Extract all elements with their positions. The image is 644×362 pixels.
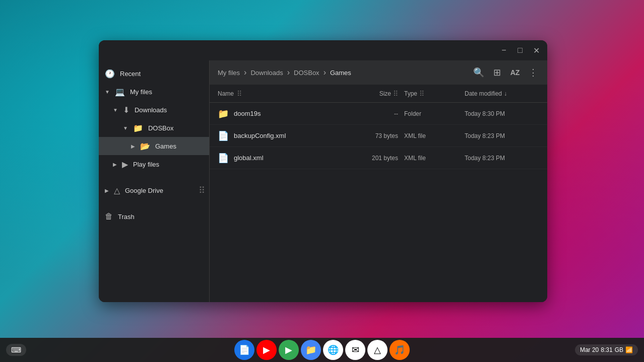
sidebar-games-label: Games bbox=[155, 142, 203, 150]
file-header: Name ⠿ Size ⠿ Type ⠿ Date modified ↓ bbox=[210, 85, 547, 103]
play-icon: ▶ bbox=[285, 344, 292, 355]
titlebar-controls: − □ ✕ bbox=[497, 43, 543, 57]
downloads-icon: ⬇ bbox=[123, 105, 130, 115]
taskbar-app-youtube[interactable]: ▶ bbox=[256, 340, 277, 360]
taskbar-right: Mar 20 8:31 GB 📶 bbox=[575, 344, 638, 355]
sort-button[interactable]: AZ bbox=[507, 64, 523, 81]
sidebar-item-recent[interactable]: 🕐 Recent bbox=[99, 64, 209, 83]
play-files-icon: ▶ bbox=[122, 160, 128, 169]
sidebar-item-play-files[interactable]: ▶ ▶ Play files bbox=[99, 155, 209, 173]
taskbar-app-music[interactable]: 🎵 bbox=[390, 340, 410, 360]
grid-view-button[interactable]: ⊞ bbox=[489, 64, 505, 81]
breadcrumb-games[interactable]: Games bbox=[328, 68, 353, 78]
file-date: Today 8:30 PM bbox=[459, 110, 539, 117]
file-size: 73 bytes bbox=[348, 132, 398, 139]
taskbar-app-play[interactable]: ▶ bbox=[279, 340, 299, 360]
file-area: My files › Downloads › DOSBox › Games 🔍 bbox=[210, 60, 547, 302]
recent-icon: 🕐 bbox=[105, 69, 115, 79]
sidebar: 🕐 Recent ▼ 💻 My files ▼ ⬇ Downloads bbox=[99, 60, 210, 302]
wifi-icon: 📶 bbox=[625, 346, 633, 353]
sidebar-recent-label: Recent bbox=[120, 70, 203, 78]
xml-file-icon: 📄 bbox=[218, 130, 229, 141]
sidebar-item-games[interactable]: ▶ 📂 Games bbox=[99, 137, 209, 155]
file-type: XML file bbox=[398, 132, 459, 139]
file-size: 201 bytes bbox=[348, 155, 398, 162]
keyboard-icon: ⌨ bbox=[11, 346, 21, 354]
file-list: 📁 doom19s -- Folder Today 8:30 PM 📄 back… bbox=[210, 103, 547, 302]
maximize-button[interactable]: □ bbox=[513, 43, 527, 57]
toolbar: My files › Downloads › DOSBox › Games 🔍 bbox=[210, 60, 547, 85]
col-drag-icon: ⠿ bbox=[237, 90, 242, 98]
close-button[interactable]: ✕ bbox=[529, 43, 543, 57]
file-date: Today 8:23 PM bbox=[459, 155, 539, 162]
col-type-drag-icon: ⠿ bbox=[419, 90, 424, 98]
taskbar-app-files[interactable]: 📁 bbox=[301, 340, 321, 360]
file-manager-window: − □ ✕ 🕐 Recent ▼ bbox=[99, 40, 547, 302]
system-tray-left[interactable]: ⌨ bbox=[6, 344, 26, 356]
date-label: Mar 20 bbox=[580, 346, 599, 353]
more-icon: ⋮ bbox=[529, 67, 538, 78]
sort-icon: AZ bbox=[510, 68, 520, 77]
trash-icon: 🗑 bbox=[105, 212, 113, 221]
file-size: -- bbox=[348, 110, 398, 117]
breadcrumb-dosbox[interactable]: DOSBox bbox=[292, 68, 321, 78]
chevron-right-icon: ▶ bbox=[105, 188, 109, 193]
taskbar-app-drive[interactable]: △ bbox=[367, 340, 388, 360]
more-options-button[interactable]: ⋮ bbox=[525, 64, 541, 81]
files-icon: 📁 bbox=[305, 344, 316, 355]
battery-label: GB bbox=[615, 346, 623, 353]
folder-icon: 📁 bbox=[133, 123, 143, 133]
sidebar-my-files-label: My files bbox=[130, 88, 203, 96]
col-name-label: Name bbox=[218, 90, 234, 97]
chevron-right-icon: ▶ bbox=[113, 162, 117, 167]
breadcrumb-downloads[interactable]: Downloads bbox=[248, 68, 285, 78]
taskbar-app-chrome[interactable]: 🌐 bbox=[323, 340, 343, 360]
sidebar-item-google-drive[interactable]: ▶ △ Google Drive ⠿ bbox=[99, 181, 209, 199]
taskbar-app-gmail[interactable]: ✉ bbox=[345, 340, 365, 360]
gmail-icon: ✉ bbox=[352, 344, 359, 355]
table-row[interactable]: 📄 backupConfig.xml 73 bytes XML file Tod… bbox=[210, 125, 547, 147]
col-size-drag-icon: ⠿ bbox=[393, 90, 398, 98]
breadcrumb: My files › Downloads › DOSBox › Games bbox=[216, 68, 467, 78]
file-date: Today 8:23 PM bbox=[459, 132, 539, 139]
table-row[interactable]: 📁 doom19s -- Folder Today 8:30 PM bbox=[210, 103, 547, 125]
sidebar-trash-label: Trash bbox=[118, 213, 203, 221]
sidebar-play-files-label: Play files bbox=[133, 161, 203, 168]
breadcrumb-separator-3: › bbox=[324, 68, 326, 77]
search-icon: 🔍 bbox=[473, 67, 484, 78]
chevron-down-icon: ▼ bbox=[105, 89, 110, 95]
col-type-label: Type bbox=[404, 90, 417, 97]
sidebar-downloads-label: Downloads bbox=[135, 106, 203, 114]
chevron-right-icon: ▶ bbox=[131, 143, 135, 149]
file-name: backupConfig.xml bbox=[234, 132, 348, 139]
youtube-icon: ▶ bbox=[263, 344, 270, 355]
minimize-button[interactable]: − bbox=[497, 43, 511, 57]
window-body: 🕐 Recent ▼ 💻 My files ▼ ⬇ Downloads bbox=[99, 60, 547, 302]
sort-desc-icon: ↓ bbox=[504, 90, 507, 97]
sidebar-item-trash[interactable]: 🗑 Trash bbox=[99, 207, 209, 226]
breadcrumb-my-files[interactable]: My files bbox=[216, 68, 242, 78]
open-folder-icon: 📂 bbox=[140, 141, 150, 151]
sidebar-item-downloads[interactable]: ▼ ⬇ Downloads bbox=[99, 101, 209, 119]
docs-icon: 📄 bbox=[239, 344, 250, 355]
drag-handle-icon: ⠿ bbox=[199, 185, 205, 196]
system-status[interactable]: Mar 20 8:31 GB 📶 bbox=[575, 344, 638, 355]
file-type: Folder bbox=[398, 110, 459, 117]
music-icon: 🎵 bbox=[394, 344, 405, 355]
file-type: XML file bbox=[398, 155, 459, 162]
sidebar-item-my-files[interactable]: ▼ 💻 My files bbox=[99, 83, 209, 101]
google-drive-icon: △ bbox=[114, 186, 120, 195]
taskbar-app-docs[interactable]: 📄 bbox=[234, 340, 254, 360]
chevron-down-icon: ▼ bbox=[113, 107, 118, 113]
toolbar-actions: 🔍 ⊞ AZ ⋮ bbox=[471, 64, 541, 81]
sidebar-item-dosbox[interactable]: ▼ 📁 DOSBox bbox=[99, 119, 209, 137]
file-name: global.xml bbox=[234, 154, 348, 162]
table-row[interactable]: 📄 global.xml 201 bytes XML file Today 8:… bbox=[210, 147, 547, 169]
titlebar: − □ ✕ bbox=[99, 40, 547, 60]
grid-icon: ⊞ bbox=[493, 67, 501, 78]
chevron-down-icon: ▼ bbox=[123, 125, 128, 131]
search-button[interactable]: 🔍 bbox=[471, 64, 487, 81]
taskbar-center: 📄 ▶ ▶ 📁 🌐 ✉ △ 🎵 bbox=[234, 340, 410, 360]
col-size-label: Size bbox=[379, 90, 391, 97]
sidebar-dosbox-label: DOSBox bbox=[148, 124, 203, 132]
